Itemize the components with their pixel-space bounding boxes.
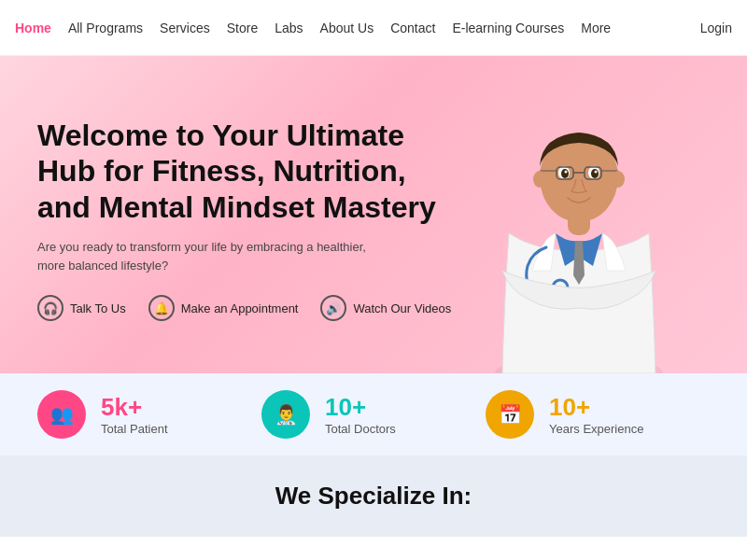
- doctors-icon: 👨‍⚕️: [261, 390, 310, 439]
- nav-items: Home All Programs Services Store Labs Ab…: [15, 21, 700, 35]
- svg-point-7: [591, 169, 599, 178]
- stat-experience: 📅 10+ Years Experience: [486, 390, 710, 439]
- doctors-label: Total Doctors: [325, 422, 396, 436]
- stat-doctors-info: 10+ Total Doctors: [325, 393, 396, 436]
- nav-item-store[interactable]: Store: [227, 21, 258, 35]
- hero-title: Welcome to Your Ultimate Hub for Fitness…: [37, 118, 467, 225]
- hero-subtitle: Are you ready to transform your life by …: [37, 238, 374, 274]
- watch-videos-label: Watch Our Videos: [353, 301, 451, 315]
- specialize-title: We Specialize In:: [37, 482, 710, 511]
- svg-point-15: [533, 171, 546, 188]
- svg-point-16: [612, 171, 625, 188]
- make-appointment-button[interactable]: 🔔 Make an Appointment: [148, 295, 299, 321]
- speaker-icon: 🔊: [320, 295, 346, 321]
- login-button[interactable]: Login: [700, 21, 732, 35]
- headphone-icon: 🎧: [37, 295, 63, 321]
- svg-point-8: [565, 171, 568, 174]
- bell-icon: 🔔: [148, 295, 175, 321]
- talk-to-us-button[interactable]: 🎧 Talk To Us: [37, 295, 126, 321]
- nav-item-labs[interactable]: Labs: [275, 21, 303, 35]
- appointment-label: Make an Appointment: [181, 301, 299, 315]
- watch-videos-button[interactable]: 🔊 Watch Our Videos: [320, 295, 451, 321]
- nav-item-all-programs[interactable]: All Programs: [68, 21, 143, 35]
- svg-point-9: [595, 171, 598, 174]
- nav-item-home[interactable]: Home: [15, 21, 51, 35]
- specialize-section: We Specialize In:: [0, 455, 747, 537]
- doctors-count: 10+: [325, 393, 396, 422]
- nav-item-about[interactable]: About Us: [320, 21, 374, 35]
- hero-section: Welcome to Your Ultimate Hub for Fitness…: [0, 56, 747, 373]
- doctor-image: [448, 75, 710, 373]
- stat-patients: 👥 5k+ Total Patient: [37, 390, 261, 439]
- experience-icon: 📅: [486, 390, 534, 439]
- hero-actions: 🎧 Talk To Us 🔔 Make an Appointment 🔊 Wat…: [37, 295, 467, 321]
- stat-doctors: 👨‍⚕️ 10+ Total Doctors: [261, 390, 486, 439]
- nav-item-elearning[interactable]: E-learning Courses: [452, 21, 564, 35]
- stat-patients-info: 5k+ Total Patient: [101, 393, 168, 436]
- nav-item-contact[interactable]: Contact: [390, 21, 435, 35]
- navbar: Home All Programs Services Store Labs Ab…: [0, 0, 747, 56]
- nav-item-more[interactable]: More: [581, 21, 611, 35]
- patients-label: Total Patient: [101, 422, 168, 436]
- experience-label: Years Experience: [549, 422, 643, 436]
- svg-point-6: [561, 169, 569, 178]
- patients-icon: 👥: [37, 390, 86, 439]
- stats-bar: 👥 5k+ Total Patient 👨‍⚕️ 10+ Total Docto…: [0, 373, 747, 455]
- talk-to-us-label: Talk To Us: [70, 301, 126, 315]
- hero-content: Welcome to Your Ultimate Hub for Fitness…: [37, 118, 467, 321]
- nav-item-services[interactable]: Services: [160, 21, 210, 35]
- stat-experience-info: 10+ Years Experience: [549, 393, 643, 436]
- experience-count: 10+: [549, 393, 643, 422]
- patients-count: 5k+: [101, 393, 168, 422]
